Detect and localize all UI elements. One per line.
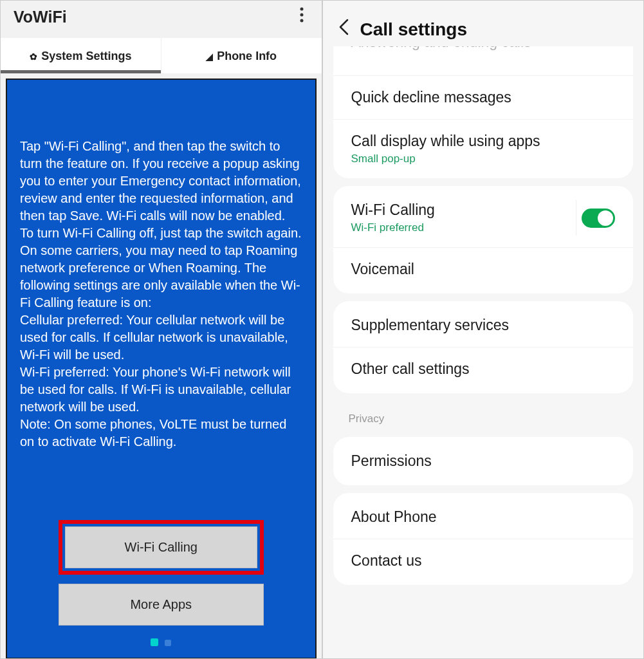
- section-header-privacy: Privacy: [323, 401, 644, 429]
- row-label: Other call settings: [351, 360, 470, 378]
- row-label: Permissions: [351, 452, 432, 470]
- page-indicator: [59, 637, 264, 651]
- row-contact-us[interactable]: Contact us: [333, 539, 634, 582]
- row-label: Voicemail: [351, 261, 414, 278]
- row-label: Contact us: [351, 552, 422, 570]
- highlight-annotation: Wi-Fi Calling: [59, 520, 264, 575]
- vowifi-app-screen: VoWiFi ✿System Settings ◢Phone Info Tap …: [0, 0, 322, 659]
- svg-point-2: [300, 19, 303, 23]
- group-other: Supplementary services Other call settin…: [333, 301, 634, 393]
- group-calling: Wi-Fi Calling Wi-Fi preferred Voicemail: [333, 186, 634, 293]
- group-about: About Phone Contact us: [333, 493, 634, 585]
- tab-label: Phone Info: [217, 50, 277, 62]
- row-label: Supplementary services: [351, 317, 509, 334]
- back-icon[interactable]: [338, 19, 349, 40]
- pager-dot-active: [151, 638, 158, 646]
- info-text: Tap "Wi-Fi Calling", and then tap the sw…: [20, 138, 302, 450]
- more-apps-button[interactable]: More Apps: [59, 584, 264, 626]
- row-quick-decline[interactable]: Quick decline messages: [333, 75, 634, 119]
- row-label: About Phone: [351, 508, 437, 526]
- row-other-settings[interactable]: Other call settings: [333, 347, 634, 391]
- header: Call settings: [323, 1, 644, 46]
- row-label: Wi-Fi Calling: [351, 201, 435, 219]
- tab-bar: ✿System Settings ◢Phone Info: [1, 38, 322, 73]
- row-sublabel: Small pop-up: [351, 153, 540, 165]
- wifi-calling-button[interactable]: Wi-Fi Calling: [65, 526, 257, 568]
- titlebar: VoWiFi: [1, 1, 322, 38]
- more-options-icon[interactable]: [295, 2, 309, 32]
- row-answering-cutoff[interactable]: Answering and ending calls: [333, 46, 634, 68]
- call-settings-screen: Call settings Answering and ending calls…: [322, 0, 645, 659]
- row-sublabel: Wi-Fi preferred: [351, 221, 435, 234]
- row-label: Quick decline messages: [351, 89, 511, 106]
- app-title: VoWiFi: [14, 8, 67, 26]
- row-call-display[interactable]: Call display while using apps Small pop-…: [333, 119, 634, 178]
- svg-point-1: [300, 14, 303, 17]
- pager-dot-inactive: [165, 640, 171, 646]
- tab-phone-info[interactable]: ◢Phone Info: [161, 38, 322, 73]
- button-area: Wi-Fi Calling More Apps: [7, 511, 315, 658]
- row-wifi-calling[interactable]: Wi-Fi Calling Wi-Fi preferred: [333, 189, 634, 247]
- row-label: Call display while using apps: [351, 133, 540, 150]
- row-voicemail[interactable]: Voicemail: [333, 247, 634, 291]
- row-permissions[interactable]: Permissions: [333, 440, 634, 483]
- page-title: Call settings: [360, 19, 467, 40]
- gear-icon: ✿: [30, 51, 37, 62]
- tab-label: System Settings: [41, 50, 131, 62]
- group-privacy: Permissions: [333, 437, 634, 485]
- info-card: Tap "Wi-Fi Calling", and then tap the sw…: [6, 79, 317, 659]
- signal-icon: ◢: [206, 51, 213, 62]
- svg-point-0: [300, 8, 303, 11]
- divider: [576, 200, 576, 236]
- tab-system-settings[interactable]: ✿System Settings: [1, 38, 161, 73]
- wifi-calling-toggle[interactable]: [582, 209, 615, 228]
- row-supplementary[interactable]: Supplementary services: [333, 304, 634, 347]
- row-about-phone[interactable]: About Phone: [333, 496, 634, 539]
